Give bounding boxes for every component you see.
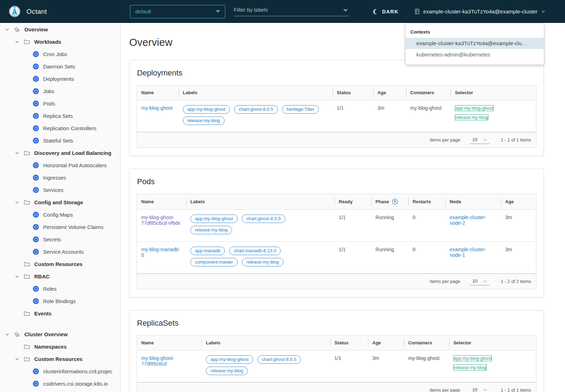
sidebar-item-role-bindings[interactable]: Role Bindings	[0, 295, 120, 307]
folder-icon	[24, 150, 30, 156]
namespace-select[interactable]: default	[130, 5, 225, 18]
pagination-range: 1 - 2 of 2 items	[501, 279, 531, 284]
label-badge[interactable]: chart:ghost-8.0.5	[234, 105, 278, 114]
sidebar-item-config-maps[interactable]: Config Maps	[0, 209, 120, 221]
contexts-dropdown-title: Contexts	[406, 24, 544, 38]
dark-mode-toggle[interactable]: DARK	[373, 8, 398, 15]
context-selector-button[interactable]: example-cluster-ka3TuTzYo4a@example-clus…	[414, 8, 545, 14]
sidebar-item-csidrivers[interactable]: csidrivers.csi.storage.k8s.io	[0, 378, 120, 390]
pods-icon	[32, 101, 39, 107]
ingresses-icon	[32, 175, 39, 181]
sidebar-item-ingresses[interactable]: Ingresses	[0, 171, 120, 184]
sidebar-item-namespaces[interactable]: Namespaces	[0, 340, 120, 353]
sidebar-item-stateful-sets[interactable]: Stateful Sets	[0, 134, 120, 147]
persistent-volume-claims-icon	[32, 224, 39, 230]
cluster-icon	[414, 8, 420, 14]
sidebar-item-roles[interactable]: Roles	[0, 283, 120, 295]
items-per-page-select[interactable]: 10	[470, 277, 489, 285]
label-badge[interactable]: chart:ghost-8.0.5	[242, 215, 286, 223]
label-badge[interactable]: app:my-blog-ghost	[183, 105, 230, 114]
sidebar-item-custom-resources[interactable]: Custom Resources	[0, 258, 120, 270]
chevron-down-icon[interactable]	[5, 27, 10, 32]
horizontal-pod-autoscalers-icon	[32, 162, 39, 168]
sidebar-item-replication-controllers[interactable]: Replication Controllers	[0, 122, 120, 134]
sidebar-item-events[interactable]: Events	[0, 307, 120, 320]
sidebar-item-jobs[interactable]: Jobs	[0, 85, 120, 97]
age-cell: 3m	[501, 210, 536, 242]
replicaset-name-link[interactable]: my-blog-ghost-77df85c6cd	[141, 355, 174, 367]
node-link[interactable]: example-cluster-node-1	[450, 247, 486, 258]
context-current-label: example-cluster-ka3TuTzYo4a@example-clus…	[423, 8, 537, 14]
sidebar-item-replica-sets[interactable]: Replica Sets	[0, 110, 120, 122]
folder-icon	[24, 344, 30, 349]
chevron-down-icon[interactable]	[15, 200, 19, 205]
label-badge[interactable]: app:mariadb	[190, 247, 225, 255]
label-badge[interactable]: chart:mariadb-6.13.0	[229, 247, 281, 255]
label-badge[interactable]: component:master	[190, 258, 238, 266]
node-link[interactable]: example-cluster-node-2	[450, 215, 486, 226]
sidebar-item-clusterinformations[interactable]: clusterinformations.crd.projec	[0, 365, 120, 378]
label-badge[interactable]: heritage:Tiller	[282, 105, 319, 114]
label-badge[interactable]: chart:ghost-8.0.5	[257, 355, 301, 364]
sidebar-item-pods[interactable]: Pods	[0, 97, 120, 110]
sidebar-item-cluster-overview[interactable]: Cluster Overview	[0, 328, 120, 340]
moon-icon	[373, 8, 379, 15]
column-header-phase: Phase	[371, 194, 408, 210]
table-row: my-blog-mariadb-0 app:mariadb chart:mari…	[137, 242, 536, 274]
pod-name-link[interactable]: my-blog-ghost-77df85c6cd-vf6dx	[141, 215, 180, 226]
pagination-footer: Items per page 10 1 - 1 of 1 items	[137, 132, 536, 147]
sidebar-item-secrets[interactable]: Secrets	[0, 233, 120, 246]
sidebar-item-service-accounts[interactable]: Service Accounts	[0, 246, 120, 258]
selector-badge[interactable]: app:my-blog-ghost	[453, 355, 492, 361]
column-header-labels: Labels	[186, 194, 334, 210]
context-menu-item-selected[interactable]: example-cluster-ka3TuTzYo4a@example-clus…	[406, 38, 544, 49]
deployment-name-link[interactable]: my-blog-ghost	[141, 105, 173, 111]
selector-badge[interactable]: release:my-blog	[453, 364, 487, 370]
sidebar-item-overview[interactable]: Overview	[0, 23, 120, 36]
column-header-node: Node	[445, 194, 501, 210]
sidebar-item-horizontal-pod-autoscalers[interactable]: Horizontal Pod Autoscalers	[0, 159, 120, 171]
context-menu-item[interactable]: kubernetes-admin@kubernetes	[406, 49, 544, 60]
label-badge[interactable]: release:my-blog	[206, 367, 248, 375]
jobs-icon	[32, 88, 39, 94]
pod-name-link[interactable]: my-blog-mariadb-0	[141, 247, 180, 258]
sidebar-item-services[interactable]: Services	[0, 184, 120, 196]
column-header-name: Name	[137, 194, 186, 210]
table-row: my-blog-ghost-77df85c6cd app:my-blog-gho…	[137, 350, 536, 382]
label-badge[interactable]: release:my-blog	[242, 258, 284, 266]
label-filter-input[interactable]	[234, 7, 336, 13]
selector-badge[interactable]: app:my-blog-ghost	[455, 105, 494, 111]
label-badge[interactable]: release:my-blog	[183, 116, 225, 125]
custom-resource-icon	[32, 368, 39, 374]
daemon-sets-icon	[32, 64, 39, 70]
sidebar-item-cluster-custom-resources[interactable]: Custom Resources	[0, 353, 120, 365]
sidebar-item-rbac[interactable]: RBAC	[0, 270, 120, 283]
label-badge[interactable]: release:my-blog	[190, 226, 232, 234]
column-header-selector: Selector	[449, 336, 536, 350]
replica-sets-icon	[32, 113, 39, 119]
sidebar-item-persistent-volume-claims[interactable]: Persistent Volume Claims	[0, 221, 120, 233]
sidebar-item-daemon-sets[interactable]: Daemon Sets	[0, 60, 120, 73]
items-per-page-select[interactable]: 10	[470, 136, 489, 144]
sidebar-item-config-and-storage[interactable]: Config and Storage	[0, 196, 120, 209]
chevron-down-icon[interactable]	[5, 332, 10, 337]
sidebar-item-discovery-and-load-balancing[interactable]: Discovery and Load Balancing	[0, 147, 120, 159]
restarts-cell: 0	[408, 242, 445, 274]
column-header-containers: Containers	[406, 85, 451, 100]
sidebar-item-workloads[interactable]: Workloads	[0, 36, 120, 48]
items-per-page-select[interactable]: 10	[470, 386, 489, 392]
filter-icon[interactable]	[392, 199, 398, 205]
chevron-down-icon[interactable]	[15, 40, 19, 44]
label-badge[interactable]: app:my-blog-ghost	[206, 355, 253, 364]
chevron-down-icon[interactable]	[15, 274, 19, 279]
chevron-down-icon[interactable]	[15, 357, 19, 361]
main-content: Overview Deployments Name Labels Status …	[120, 23, 565, 392]
selector-badge[interactable]: release:my-blog	[455, 114, 488, 120]
chevron-down-icon[interactable]	[343, 7, 348, 14]
deployments-card-title: Deployments	[137, 68, 536, 78]
sidebar-item-cron-jobs[interactable]: Cron Jobs	[0, 48, 120, 60]
sidebar-item-deployments[interactable]: Deployments	[0, 73, 120, 85]
folder-icon	[24, 356, 30, 362]
chevron-down-icon[interactable]	[15, 151, 19, 155]
label-badge[interactable]: app:my-blog-ghost	[190, 215, 238, 223]
